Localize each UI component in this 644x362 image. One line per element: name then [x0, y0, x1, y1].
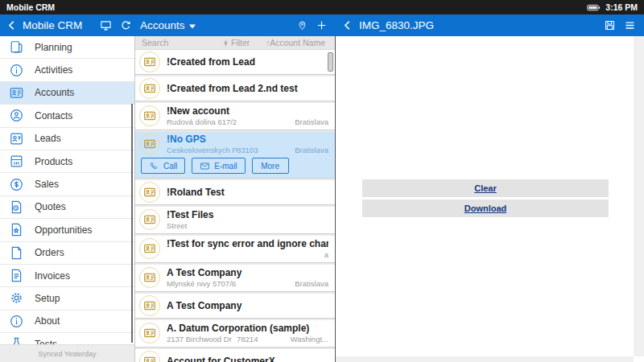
sidebar-item-accounts[interactable]: Accounts: [0, 82, 134, 105]
account-row-content: !No GPSCeskoslovenskych Parasutistov 278…: [167, 134, 328, 154]
account-badge-icon: [139, 51, 160, 72]
account-row[interactable]: !No GPSCeskoslovenskych Parasutistov 278…: [135, 132, 335, 179]
account-row[interactable]: !Test FilesStreet: [135, 207, 335, 234]
account-row-content: !Test FilesStreet: [167, 209, 328, 230]
status-clock: 3:16 PM: [605, 2, 638, 12]
list-header: Search Filter ↑Account Name: [135, 36, 335, 50]
sidebar-item-setup[interactable]: Setup: [0, 287, 134, 310]
sidebar-item-sales[interactable]: Sales: [0, 173, 134, 195]
detail-back-icon[interactable]: [342, 20, 353, 31]
account-city: Bratislava: [279, 279, 328, 288]
mobile-crm-app: Mobile CRM 3:16 PM Mobile CRM: [0, 0, 644, 362]
account-row[interactable]: !New accountRudová dolina 617/22Bratisla…: [135, 103, 335, 130]
account-city: Washingt...: [279, 335, 328, 343]
back-icon[interactable]: [6, 20, 17, 31]
account-row-content: A Test CompanyMlynské nivy 5707/61ABrati…: [167, 267, 328, 288]
menu-icon[interactable]: [624, 19, 636, 31]
sync-icon[interactable]: [120, 19, 132, 31]
account-zip: [237, 117, 279, 126]
sidebar-item-label: Leads: [35, 133, 61, 144]
account-city: [279, 221, 328, 230]
account-badge-icon: [139, 323, 160, 343]
sidebar-item-leads[interactable]: Leads: [0, 128, 134, 150]
account-city: a: [279, 250, 328, 259]
account-badge-glyph: [143, 299, 156, 312]
list-scrollbar-thumb[interactable]: [328, 52, 333, 72]
detail-horizontal-scrollbar[interactable]: [336, 356, 634, 362]
sidebar-item-quotes[interactable]: Quotes: [0, 196, 134, 219]
call-button[interactable]: Call: [141, 158, 185, 174]
account-row[interactable]: !Roland Test: [135, 180, 335, 205]
account-row-content: !New accountRudová dolina 617/22Bratisla…: [167, 105, 328, 126]
account-row[interactable]: Account for CustomerX: [135, 349, 335, 362]
sidebar-item-activities[interactable]: Activities: [0, 59, 134, 81]
search-input[interactable]: Search: [142, 38, 222, 47]
account-row[interactable]: A Test Company: [135, 294, 335, 319]
sidebar-item-contacts[interactable]: Contacts: [0, 105, 134, 127]
account-row[interactable]: !Created from Lead 2.nd test: [135, 76, 335, 101]
account-badge-glyph: [143, 82, 156, 95]
account-zip: [237, 221, 279, 230]
account-zip: 78214: [237, 335, 279, 343]
download-button[interactable]: Download: [362, 200, 609, 217]
account-badge-glyph: [143, 56, 156, 68]
add-icon[interactable]: [316, 19, 328, 31]
filter-button[interactable]: Filter: [222, 38, 250, 47]
nav-app-title[interactable]: Mobile CRM: [23, 19, 82, 31]
sort-button[interactable]: ↑Account Name: [266, 38, 325, 47]
account-badge-glyph: [143, 138, 156, 150]
account-city: Bratislava: [279, 117, 328, 126]
account-badge-icon: [139, 182, 160, 203]
clear-button[interactable]: Clear: [362, 179, 609, 197]
module-selector-label[interactable]: Accounts: [140, 19, 185, 31]
clear-link[interactable]: Clear: [474, 183, 497, 193]
account-row[interactable]: A. Datum Corporation (sample)2137 Birchw…: [135, 320, 335, 348]
account-row-content: Account for CustomerX: [167, 356, 328, 362]
sidebar-scrollbar[interactable]: [131, 104, 133, 343]
account-row[interactable]: A Test CompanyMlynské nivy 5707/61ABrati…: [135, 265, 335, 292]
account-row[interactable]: !Test for sync error and ignore changeda: [135, 236, 335, 263]
battery-icon: [587, 4, 601, 11]
sidebar-item-products[interactable]: Products: [0, 150, 134, 173]
sidebar-item-planning[interactable]: Planning: [0, 36, 134, 59]
sidebar-items: PlanningActivitiesAccountsContactsLeadsP…: [0, 36, 134, 356]
orders-icon: [9, 245, 24, 261]
e-mail-button[interactable]: E-mail: [192, 158, 245, 174]
account-name: A Test Company: [167, 267, 328, 279]
more-button[interactable]: More: [252, 158, 289, 174]
attachment-detail-panel: Clear Download: [336, 36, 644, 362]
nav-bar: Mobile CRM Accounts: [0, 14, 644, 36]
account-badge-glyph: [143, 186, 156, 199]
invoices-icon: [9, 268, 24, 283]
info-icon: [9, 63, 24, 78]
account-badge-icon: [139, 267, 160, 288]
account-badge-icon: [139, 209, 160, 230]
detail-vertical-scrollbar[interactable]: [634, 36, 644, 356]
account-badge-icon: [139, 78, 160, 99]
sidebar-item-invoices[interactable]: Invoices: [0, 265, 134, 287]
products-icon: [9, 154, 24, 169]
download-link[interactable]: Download: [464, 204, 507, 213]
sidebar-item-label: Activities: [35, 64, 72, 76]
sidebar-item-opportunities[interactable]: Opportunities: [0, 219, 134, 241]
mail-icon: [200, 161, 210, 171]
sidebar-item-label: Setup: [35, 293, 60, 304]
account-address: Rudová dolina 617/22: [167, 117, 237, 126]
map-pin-icon[interactable]: [297, 20, 308, 31]
account-name: !Test Files: [167, 209, 328, 221]
sidebar-item-orders[interactable]: Orders: [0, 242, 134, 265]
planning-icon: [9, 39, 24, 55]
caret-down-icon[interactable]: [189, 24, 196, 29]
sidebar-item-about[interactable]: About: [0, 311, 134, 333]
account-row-content: !Created from Lead 2.nd test: [167, 83, 328, 95]
action-button-label: E-mail: [214, 162, 237, 171]
account-row[interactable]: !Created from Lead: [135, 50, 335, 75]
status-app-title: Mobile CRM: [6, 2, 55, 12]
account-subline: Rudová dolina 617/22Bratislava: [167, 117, 328, 126]
sidebar-item-label: Quotes: [35, 201, 66, 212]
account-zip: 83103: [237, 146, 279, 154]
account-row-content: !Test for sync error and ignore changeda: [167, 238, 328, 259]
account-name: !Created from Lead: [167, 56, 328, 68]
display-icon[interactable]: [100, 19, 112, 31]
save-icon[interactable]: [604, 19, 616, 31]
